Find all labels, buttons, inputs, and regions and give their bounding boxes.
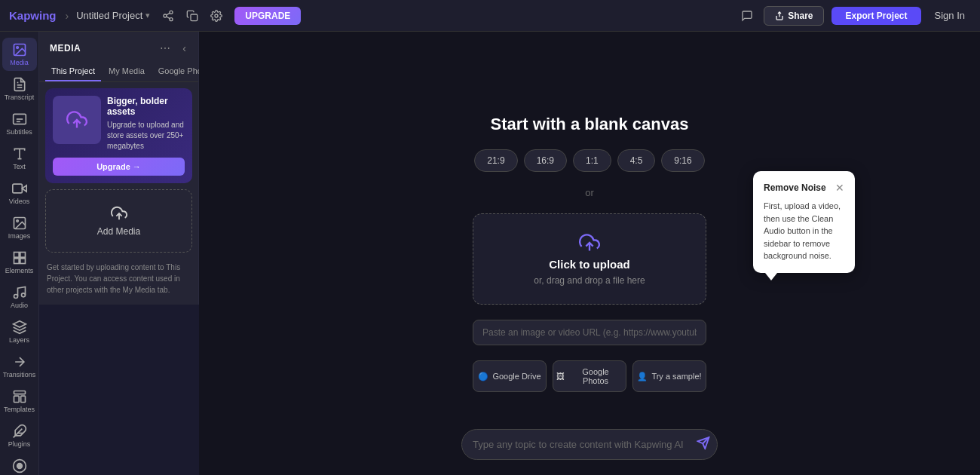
upgrade-card-button[interactable]: Upgrade → [53, 158, 185, 176]
upgrade-card: Bigger, bolder assets Upgrade to upload … [45, 88, 192, 183]
plugins-icon [12, 424, 27, 439]
svg-point-9 [16, 47, 17, 49]
sidebar-item-record[interactable]: Record [2, 454, 37, 475]
ai-send-button[interactable] [697, 436, 710, 453]
send-icon [697, 436, 710, 449]
sidebar-item-audio[interactable]: Audio [2, 280, 37, 314]
or-divider: or [585, 187, 594, 198]
topnav-icons: UPGRADE [159, 7, 301, 25]
sidebar-item-transcript[interactable]: Transcript [2, 72, 37, 106]
popup-header: Remove Noise ✕ [764, 182, 844, 194]
ratio-btn-1-1[interactable]: 1:1 [573, 149, 611, 172]
sidebar-item-audio-label: Audio [11, 302, 28, 309]
share-button[interactable]: Share [764, 6, 824, 26]
messages-icon-btn[interactable] [738, 7, 756, 25]
sidebar-item-templates[interactable]: Templates [2, 385, 37, 418]
media-tab-my-media[interactable]: My Media [103, 62, 151, 81]
settings-icon-btn[interactable] [207, 7, 225, 25]
ratio-btn-16-9[interactable]: 16:9 [524, 149, 567, 172]
try-sample-button[interactable]: 👤 Try a sample! [632, 360, 706, 392]
upload-url-input[interactable] [473, 320, 706, 345]
popup-close-button[interactable]: ✕ [835, 182, 844, 194]
project-name: Untitled Project [76, 10, 142, 21]
media-panel-collapse-btn[interactable]: ‹ [179, 39, 189, 57]
svg-line-4 [167, 13, 170, 15]
canvas-area: Start with a blank canvas 21:9 16:9 1:1 … [199, 32, 980, 475]
media-panel-title: MEDIA [50, 43, 81, 54]
sidebar-item-images[interactable]: Images [2, 211, 37, 244]
sidebar-item-transitions[interactable]: Transitions [2, 350, 37, 383]
sidebar-item-media-label: Media [10, 59, 29, 66]
share-icon-btn[interactable] [159, 7, 177, 25]
google-drive-label: Google Drive [492, 372, 541, 381]
subtitles-icon [12, 112, 27, 127]
google-photos-icon: 🖼 [556, 372, 565, 381]
google-drive-icon: 🔵 [478, 372, 488, 382]
ratio-btn-21-9[interactable]: 21:9 [474, 149, 517, 172]
sidebar-item-plugins[interactable]: Plugins [2, 419, 37, 452]
svg-rect-21 [14, 253, 19, 258]
upload-icon [111, 205, 127, 222]
copy-icon-btn[interactable] [183, 7, 201, 25]
upgrade-card-title: Bigger, bolder assets [107, 96, 185, 117]
topnav: Kapwing › Untitled Project ▾ UPGRADE Sha… [0, 0, 980, 32]
upgrade-card-text: Bigger, bolder assets Upgrade to upload … [107, 96, 185, 152]
add-media-button[interactable]: Add Media [45, 189, 192, 253]
ai-input-row [461, 429, 718, 460]
sidebar-item-text-label: Text [13, 163, 26, 170]
svg-rect-28 [14, 391, 25, 394]
source-buttons: 🔵 Google Drive 🖼 Google Photos 👤 Try a s… [473, 360, 706, 392]
remove-noise-popup: Remove Noise ✕ First, upload a video, th… [753, 171, 855, 273]
svg-point-0 [170, 11, 173, 14]
svg-point-20 [16, 220, 17, 222]
sidebar-item-media[interactable]: Media [2, 38, 37, 71]
popup-body: First, upload a video, then use the Clea… [764, 200, 844, 262]
upload-zone[interactable]: Click to upload or, drag and drop a file… [473, 213, 706, 305]
upload-zone-icon [579, 232, 600, 253]
record-icon [12, 458, 27, 473]
transitions-icon [12, 354, 27, 369]
popup-tail [765, 273, 777, 280]
sidebar-item-transitions-label: Transitions [3, 371, 36, 378]
google-photos-button[interactable]: 🖼 Google Photos [553, 360, 626, 392]
sidebar-item-layers-label: Layers [9, 336, 29, 344]
svg-marker-17 [22, 185, 26, 192]
icon-sidebar: Media Transcript Subtitles Text Videos I… [0, 32, 39, 475]
sidebar-item-elements[interactable]: Elements [2, 246, 37, 279]
sidebar-item-plugins-label: Plugins [8, 440, 31, 448]
ratio-btn-4-5[interactable]: 4:5 [617, 149, 656, 172]
sidebar-item-transcript-label: Transcript [5, 93, 35, 101]
sidebar-item-videos[interactable]: Videos [2, 176, 37, 210]
media-panel-options-btn[interactable]: ⋯ [157, 39, 173, 57]
media-panel-header: MEDIA ⋯ ‹ [39, 32, 198, 62]
media-panel: MEDIA ⋯ ‹ This Project My Media Google P… [39, 32, 199, 305]
ratio-btn-9-16[interactable]: 9:16 [661, 149, 704, 172]
try-sample-icon: 👤 [637, 372, 648, 382]
sidebar-item-subtitles[interactable]: Subtitles [2, 107, 37, 140]
layers-icon [12, 320, 27, 335]
signin-button[interactable]: Sign In [929, 7, 971, 24]
export-button[interactable]: Export Project [831, 7, 920, 25]
svg-rect-22 [20, 253, 25, 258]
google-drive-button[interactable]: 🔵 Google Drive [473, 360, 547, 392]
sidebar-item-videos-label: Videos [9, 198, 29, 205]
svg-rect-30 [20, 396, 25, 402]
svg-rect-23 [20, 259, 25, 264]
main-area: Media Transcript Subtitles Text Videos I… [0, 32, 980, 475]
sidebar-item-layers[interactable]: Layers [2, 315, 37, 348]
media-panel-wrap: MEDIA ⋯ ‹ This Project My Media Google P… [39, 32, 199, 475]
media-tabs: This Project My Media Google Photos [39, 62, 198, 82]
upload-zone-subtitle: or, drag and drop a file here [534, 275, 645, 286]
ai-input[interactable] [461, 429, 718, 460]
popup-title: Remove Noise [764, 182, 826, 193]
media-tab-this-project[interactable]: This Project [45, 62, 101, 81]
upgrade-button[interactable]: UPGRADE [234, 7, 301, 25]
sidebar-item-subtitles-label: Subtitles [6, 128, 32, 136]
topnav-right: Share Export Project Sign In [738, 6, 971, 26]
svg-point-6 [215, 14, 218, 17]
media-panel-header-icons: ⋯ ‹ [157, 39, 189, 57]
videos-icon [12, 181, 27, 196]
svg-marker-27 [13, 321, 26, 327]
transcript-icon [12, 77, 27, 92]
sidebar-item-text[interactable]: Text [2, 142, 37, 175]
